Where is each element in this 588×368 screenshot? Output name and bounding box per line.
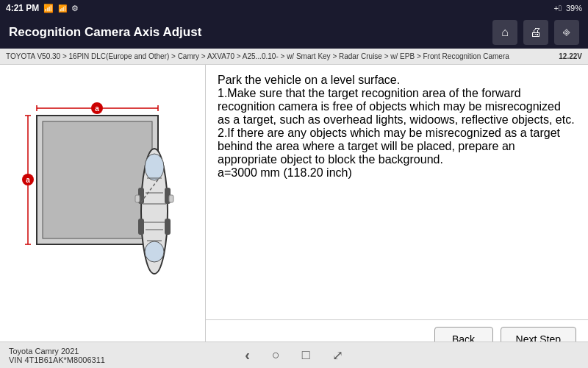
breadcrumb: TOYOTA V50.30 > 16PIN DLC(Europe and Oth… [0, 49, 588, 65]
svg-rect-1 [43, 121, 152, 238]
voltage-display: 12.22V [559, 52, 582, 60]
title-bar: Recognition Camera Axis Adjust ⌂ 🖨 ⎆ [0, 16, 588, 49]
nav-circle-icon[interactable]: ○ [272, 347, 280, 363]
breadcrumb-text: TOYOTA V50.30 > 16PIN DLC(Europe and Oth… [6, 52, 509, 60]
time-display: 4:21 PM [6, 3, 39, 13]
svg-text:a: a [95, 105, 99, 113]
battery-display: 39% [566, 4, 582, 13]
print-button[interactable]: 🖨 [523, 20, 548, 45]
home-button[interactable]: ⌂ [492, 20, 517, 45]
nav-back-icon[interactable]: ‹ [245, 347, 250, 364]
footer-nav: ‹ ○ □ ⤢ [245, 347, 343, 364]
svg-point-13 [145, 154, 164, 180]
diagram-area: a a [0, 65, 206, 358]
exit-button[interactable]: ⎆ [554, 20, 579, 45]
vehicle-info-block: Toyota Camry 2021 VIN 4T1B61AK*M8006311 [9, 347, 105, 364]
status-bar: 4:21 PM 📶 📶 ⚙ +️⃣ 39% [0, 0, 588, 16]
nav-square-icon[interactable]: □ [302, 347, 310, 363]
right-panel: Park the vehicle on a level surface. 1.M… [206, 65, 588, 358]
instruction-step1: 1.Make sure that the target recognition … [218, 87, 576, 127]
svg-rect-24 [165, 219, 171, 235]
svg-rect-25 [135, 195, 140, 202]
status-right: +️⃣ 39% [554, 4, 582, 13]
instruction-step2: 2.If there are any objects which may be … [218, 127, 576, 166]
panels: a a [0, 65, 588, 358]
page-title: Recognition Camera Axis Adjust [9, 25, 201, 40]
bluetooth-icon: +️⃣ [554, 4, 562, 13]
title-icons: ⌂ 🖨 ⎆ [492, 20, 579, 45]
settings-icon: ⚙ [71, 4, 79, 13]
footer: Toyota Camry 2021 VIN 4T1B61AK*M8006311 … [0, 342, 588, 368]
vin-display: VIN 4T1B61AK*M8006311 [9, 355, 105, 364]
wifi-icon: 📶 [58, 4, 67, 13]
svg-text:a: a [26, 176, 30, 184]
right-text: Park the vehicle on a level surface. 1.M… [206, 65, 588, 319]
measurement-display: a=3000 mm (118.20 inch) [218, 166, 576, 180]
cellular-icon: 📶 [43, 4, 54, 13]
svg-rect-22 [138, 219, 144, 235]
status-left: 4:21 PM 📶 📶 ⚙ [6, 3, 79, 13]
content-wrapper: a a [0, 65, 588, 358]
main-instruction-title: Park the vehicle on a level surface. [218, 74, 576, 87]
svg-point-14 [145, 241, 164, 262]
vehicle-name: Toyota Camry 2021 [9, 347, 105, 355]
nav-resize-icon[interactable]: ⤢ [332, 347, 343, 364]
svg-rect-26 [169, 195, 173, 202]
